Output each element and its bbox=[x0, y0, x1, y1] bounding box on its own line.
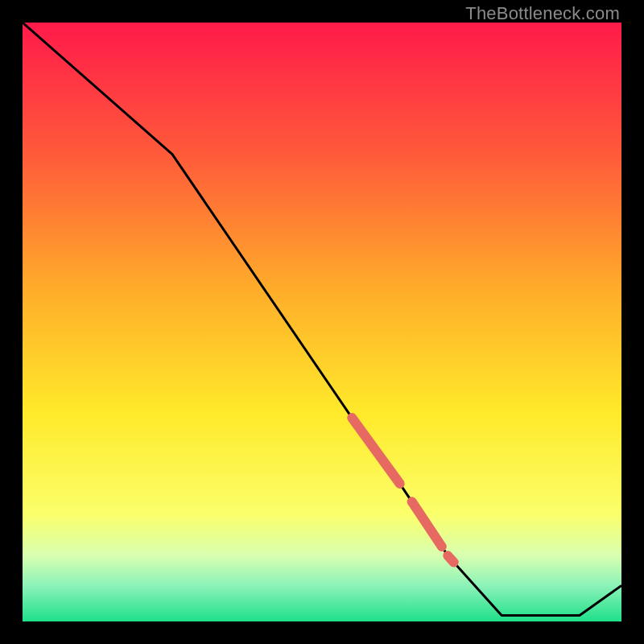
chart-frame: TheBottleneck.com bbox=[0, 0, 644, 644]
gradient-background bbox=[23, 23, 621, 621]
plot-area bbox=[23, 23, 621, 621]
svg-line-2 bbox=[448, 555, 453, 562]
plot-svg bbox=[23, 23, 621, 621]
attribution-label: TheBottleneck.com bbox=[465, 3, 620, 24]
